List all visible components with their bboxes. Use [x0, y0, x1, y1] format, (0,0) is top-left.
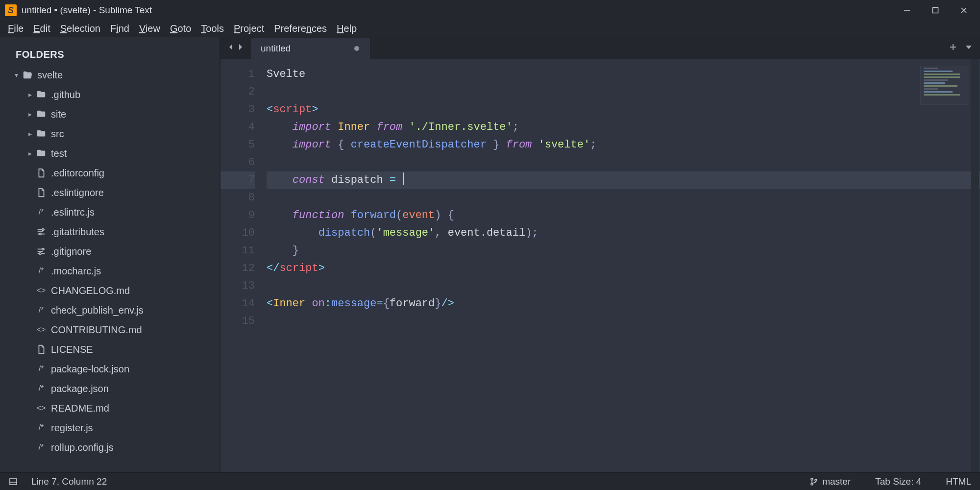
status-cursor-position[interactable]: Line 7, Column 22 [31, 476, 107, 487]
line-number-gutter: 123456789101112131415 [225, 59, 265, 472]
status-git-branch[interactable]: master [809, 476, 851, 487]
window-title: untitled • (svelte) - Sublime Text [22, 5, 152, 16]
gutter-highlight [220, 59, 225, 472]
tree-folder[interactable]: ▸test [9, 144, 215, 163]
minimize-button[interactable] [893, 0, 921, 21]
folder-icon [34, 109, 48, 120]
angle-brackets-icon: <> [34, 286, 48, 295]
title-bar: S untitled • (svelte) - Sublime Text [0, 0, 980, 21]
svg-rect-1 [933, 8, 938, 13]
folder-open-icon [21, 70, 34, 80]
tree-label: src [51, 128, 64, 140]
code-comment-icon: /* [34, 306, 48, 315]
tab-untitled[interactable]: untitled [251, 38, 370, 59]
tree-file[interactable]: .gitattributes [9, 222, 215, 242]
tree-file[interactable]: /*register.js [9, 418, 215, 438]
svg-point-18 [811, 478, 813, 480]
file-icon [34, 168, 48, 178]
tab-menu-button[interactable] [964, 43, 973, 53]
dirty-indicator-icon [354, 46, 359, 51]
tree-label: site [51, 109, 66, 120]
svg-point-7 [42, 229, 44, 231]
close-button[interactable] [950, 0, 978, 21]
tree-folder-root[interactable]: ▾ svelte [9, 65, 215, 85]
tree-file[interactable]: /*.mocharc.js [9, 261, 215, 281]
code-comment-icon: /* [34, 423, 48, 432]
code-comment-icon: /* [34, 365, 48, 373]
tree-file[interactable]: /*check_publish_env.js [9, 300, 215, 320]
nav-back-button[interactable] [227, 43, 235, 53]
tree-label: check_publish_env.js [51, 305, 144, 316]
tree-file[interactable]: LICENSE [9, 340, 215, 359]
menu-preferences[interactable]: Preferences [269, 21, 332, 36]
svg-point-8 [39, 233, 41, 235]
tree-file[interactable]: <>CHANGELOG.md [9, 281, 215, 300]
tree-label: .editorconfig [51, 168, 104, 179]
svg-point-19 [811, 483, 813, 485]
tree-file[interactable]: /*package-lock.json [9, 359, 215, 379]
menu-find[interactable]: Find [105, 21, 134, 36]
code-comment-icon: /* [34, 208, 48, 217]
app-logo-icon: S [5, 4, 17, 16]
tree-label: README.md [51, 403, 109, 414]
tree-file[interactable]: <>README.md [9, 398, 215, 418]
folder-icon [34, 128, 48, 139]
nav-forward-button[interactable] [237, 43, 245, 53]
tree-file[interactable]: /*package.json [9, 379, 215, 398]
new-tab-button[interactable] [949, 43, 957, 53]
tree-label: package-lock.json [51, 364, 129, 375]
tree-label: .gitignore [51, 246, 91, 257]
tree-folder[interactable]: ▸site [9, 104, 215, 124]
maximize-button[interactable] [921, 0, 950, 21]
vertical-scrollbar[interactable] [971, 59, 979, 472]
tree-label: .mocharc.js [51, 266, 101, 277]
angle-brackets-icon: <> [34, 325, 48, 334]
svg-point-13 [39, 253, 41, 255]
sidebar-heading: FOLDERS [9, 49, 215, 60]
code-comment-icon: /* [34, 267, 48, 275]
status-bar: Line 7, Column 22 master Tab Size: 4 HTM… [0, 472, 980, 490]
menu-file[interactable]: File [3, 21, 28, 36]
menu-view[interactable]: View [134, 21, 165, 36]
minimap[interactable] [920, 66, 969, 105]
code-area[interactable]: Svelte <script> import Inner from './Inn… [265, 59, 980, 472]
tree-folder[interactable]: ▸src [9, 124, 215, 144]
tree-label: LICENSE [51, 344, 93, 355]
status-syntax[interactable]: HTML [946, 476, 971, 487]
menu-help[interactable]: Help [332, 21, 362, 36]
tree-label: svelte [37, 70, 63, 81]
menu-selection[interactable]: Selection [55, 21, 105, 36]
chevron-right-icon: ▸ [25, 130, 34, 138]
tree-file[interactable]: .eslintignore [9, 183, 215, 202]
tree-file[interactable]: <>CONTRIBUTING.md [9, 320, 215, 340]
chevron-right-icon: ▸ [25, 110, 34, 118]
menu-project[interactable]: Project [229, 21, 269, 36]
file-icon [34, 187, 48, 198]
folder-tree: ▾ svelte ▸.github ▸site ▸src ▸test .edit… [9, 65, 215, 457]
settings-lines-icon [34, 226, 48, 237]
tree-label: register.js [51, 422, 93, 434]
tree-label: .github [51, 89, 80, 100]
tree-file[interactable]: .editorconfig [9, 163, 215, 183]
panel-toggle-button[interactable] [9, 477, 22, 486]
file-icon [34, 344, 48, 355]
code-comment-icon: /* [34, 384, 48, 393]
chevron-down-icon: ▾ [12, 71, 21, 79]
status-tab-size[interactable]: Tab Size: 4 [875, 476, 921, 487]
menu-tools[interactable]: Tools [196, 21, 229, 36]
editor-body[interactable]: 123456789101112131415 Svelte <script> im… [220, 59, 980, 472]
tree-folder[interactable]: ▸.github [9, 85, 215, 104]
tree-file[interactable]: /*.eslintrc.js [9, 202, 215, 222]
tree-file[interactable]: .gitignore [9, 242, 215, 261]
svg-rect-16 [10, 479, 17, 485]
tab-label: untitled [261, 43, 291, 54]
tree-label: CHANGELOG.md [51, 285, 130, 296]
tree-file[interactable]: /*rollup.config.js [9, 438, 215, 457]
menu-edit[interactable]: Edit [28, 21, 55, 36]
tree-label: CONTRIBUTING.md [51, 324, 142, 336]
svg-point-12 [42, 248, 44, 250]
tab-bar: untitled [220, 37, 980, 59]
menu-goto[interactable]: Goto [165, 21, 196, 36]
tree-label: package.json [51, 383, 109, 394]
chevron-right-icon: ▸ [25, 91, 34, 98]
